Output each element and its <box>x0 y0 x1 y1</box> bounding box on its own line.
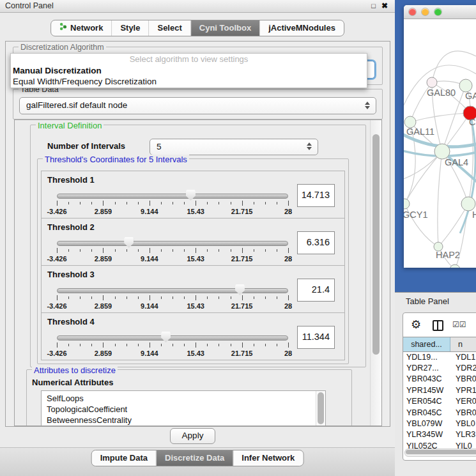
cell-name[interactable]: YBR0 <box>450 408 476 417</box>
table-row[interactable]: YDR27...YDR2 <box>403 362 476 373</box>
slider-handle[interactable] <box>161 332 171 342</box>
tab-impute-data[interactable]: Impute Data <box>92 450 156 466</box>
table-row[interactable]: YDL19...YDL1 <box>403 351 476 362</box>
attribute-item[interactable]: BetweennessCentrality <box>42 415 325 426</box>
algorithm-placeholder-item[interactable]: Select algorithm to view settings <box>11 54 367 65</box>
close-traffic-light[interactable] <box>409 8 416 15</box>
network-node-GCY1[interactable] <box>404 199 410 209</box>
table-hscroll-thumb[interactable] <box>406 450 476 454</box>
slider-tick <box>254 344 254 346</box>
slider-tick-label: -3.426 <box>47 255 66 263</box>
tab-discretize-data[interactable]: Discretize Data <box>156 450 233 466</box>
panel-scrollbar-thumb[interactable] <box>372 134 380 355</box>
minimize-traffic-light[interactable] <box>422 8 429 15</box>
attribute-item[interactable]: TopologicalCoefficient <box>42 404 325 415</box>
threshold-value-field[interactable]: 11.344 <box>297 326 335 349</box>
threshold-value-field[interactable]: 14.713 <box>297 184 335 207</box>
tab-infer-network[interactable]: Infer Network <box>233 450 303 466</box>
cell-name[interactable]: YPR1 <box>450 386 476 395</box>
table-data-combobox[interactable]: galFiltered.sif default node <box>19 97 376 114</box>
algorithm-option-manual-discretization[interactable]: Manual Discretization <box>11 65 367 76</box>
bottom-tab-band: Impute DataDiscretize DataInfer Network <box>0 447 395 476</box>
attributes-scrollbar[interactable] <box>316 391 325 426</box>
slider-tick <box>173 344 173 346</box>
column-header-shared-name[interactable]: shared... <box>403 337 450 351</box>
slider-track[interactable] <box>57 335 288 341</box>
cell-shared-name[interactable]: YDR27... <box>403 364 450 372</box>
slider-tick <box>254 202 254 204</box>
cell-shared-name[interactable]: YBR043C <box>403 374 450 383</box>
cell-name[interactable]: YLR3 <box>450 430 475 439</box>
threshold-value-field[interactable]: 6.316 <box>297 231 335 254</box>
network-node-GAL80[interactable] <box>427 77 437 88</box>
table-horizontal-scrollbar[interactable] <box>404 449 476 457</box>
network-node-GA[interactable] <box>459 79 472 92</box>
slider-tick <box>138 296 139 299</box>
cell-shared-name[interactable]: YDL19... <box>403 353 450 362</box>
threshold-slider[interactable]: -3.4262.8599.14415.4321.71528 <box>57 192 288 216</box>
cell-name[interactable]: YBL0 <box>450 419 475 428</box>
select-columns-checkboxes-icon[interactable]: ☑☑ <box>452 320 466 329</box>
table-row[interactable]: YBR043CYBR0 <box>403 374 476 385</box>
network-edge[interactable] <box>438 151 442 247</box>
cell-shared-name[interactable]: YBR045C <box>403 408 450 417</box>
apply-button[interactable]: Apply <box>170 428 215 444</box>
tab-jactivemnodules[interactable]: jActiveMNodules <box>259 20 344 36</box>
network-edge[interactable] <box>404 151 442 204</box>
tab-select[interactable]: Select <box>148 20 190 36</box>
threshold-slider[interactable]: -3.4262.8599.14415.4321.71528 <box>57 334 288 358</box>
slider-track[interactable] <box>57 194 288 199</box>
table-row[interactable]: YIL052CYIL0 <box>403 440 476 449</box>
split-columns-icon[interactable] <box>433 320 443 331</box>
cell-name[interactable]: YER0 <box>450 397 476 406</box>
network-edge[interactable] <box>410 113 470 122</box>
threshold-slider[interactable]: -3.4262.8599.14415.4321.71528 <box>57 286 288 311</box>
tab-label: Discretize Data <box>165 450 224 466</box>
threshold-slider[interactable]: -3.4262.8599.14415.4321.71528 <box>57 239 288 263</box>
panel-scrollbar[interactable] <box>370 120 381 426</box>
threshold-value: 11.344 <box>302 332 330 342</box>
slider-track[interactable] <box>57 241 288 246</box>
network-node-H[interactable] <box>461 197 475 211</box>
slider-handle[interactable] <box>186 190 196 201</box>
tab-cyni-toolbox[interactable]: Cyni Toolbox <box>190 20 259 36</box>
gear-icon[interactable]: ⚙ <box>411 318 421 332</box>
numerical-attributes-list[interactable]: SelfLoopsTopologicalCoefficientBetweenne… <box>41 390 326 426</box>
threshold-value: 6.316 <box>307 237 330 247</box>
number-of-intervals-combobox[interactable]: 5 <box>150 139 318 155</box>
cell-shared-name[interactable]: YER054C <box>403 397 450 406</box>
cell-name[interactable]: YDL1 <box>450 353 475 362</box>
tab-style[interactable]: Style <box>111 20 148 36</box>
tab-network[interactable]: Network <box>51 20 111 36</box>
network-node-node[interactable] <box>450 265 460 268</box>
cell-shared-name[interactable]: YPR145W <box>403 386 450 395</box>
cell-shared-name[interactable]: YBL079W <box>403 419 450 428</box>
slider-tick <box>57 295 58 300</box>
slider-tick <box>80 249 81 252</box>
cell-shared-name[interactable]: YLR345W <box>403 430 450 439</box>
slider-track[interactable] <box>57 288 288 293</box>
algorithm-option-equal-width-frequency-discretization[interactable]: Equal Width/Frequency Discretization <box>11 76 367 87</box>
float-window-icon[interactable]: □ <box>371 2 376 10</box>
table-row[interactable]: YPR145WYPR1 <box>403 385 476 395</box>
threshold-value-field[interactable]: 21.4 <box>297 279 335 302</box>
slider-handle[interactable] <box>124 237 134 248</box>
zoom-traffic-light[interactable] <box>434 8 441 15</box>
close-icon[interactable]: ✖ <box>381 1 388 10</box>
network-canvas[interactable]: GAL80GACGAL11GAL4GCY1HHAP2 <box>404 19 476 268</box>
slider-tick <box>242 201 243 206</box>
attributes-group: Attributes to discretize Numerical Attri… <box>26 369 352 426</box>
table-row[interactable]: YBL079WYBL0 <box>403 418 476 429</box>
attribute-item[interactable]: SelfLoops <box>42 393 325 404</box>
slider-tick <box>57 248 58 253</box>
table-row[interactable]: YER054CYER0 <box>403 396 476 407</box>
slider-handle[interactable] <box>235 284 245 295</box>
cell-name[interactable]: YDR2 <box>450 364 476 372</box>
slider-tick <box>68 344 69 346</box>
cell-name[interactable]: YBR0 <box>450 374 476 383</box>
table-row[interactable]: YLR345WYLR3 <box>403 429 476 440</box>
table-row[interactable]: YBR045CYBR0 <box>403 407 476 418</box>
threshold-row-3: Threshold 3-3.4262.8599.14415.4321.71528… <box>41 265 345 313</box>
column-header-name[interactable]: n <box>450 337 476 351</box>
slider-tick <box>184 202 185 204</box>
